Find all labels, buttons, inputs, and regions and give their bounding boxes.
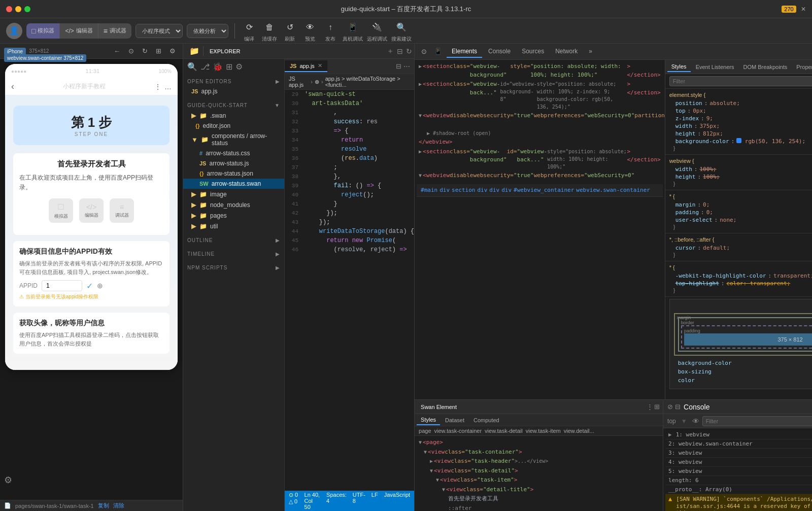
folder-util[interactable]: ▶ 📁 util — [183, 221, 284, 231]
bc-div3[interactable]: div — [489, 186, 499, 195]
swan-bc-item[interactable]: view.task-item — [526, 428, 561, 434]
console-output[interactable]: ▶ 1: webview 2: webview.swan-container 3… — [663, 428, 812, 511]
sim-rotate-btn[interactable]: ↻ — [139, 46, 151, 56]
html-line-webview1[interactable]: ▼ <webview disablewebsecurity="true" web… — [417, 111, 663, 129]
timeline-header[interactable]: TIMELINE ▶ — [183, 249, 284, 259]
expand-swan-header[interactable]: ▶ — [430, 457, 433, 465]
stop-btn[interactable]: 清除 — [113, 502, 124, 509]
console-filter-input[interactable] — [702, 416, 812, 426]
open-file-appjs[interactable]: JS app.js — [183, 86, 284, 96]
remote-debug-button[interactable]: 🔌 远程调试 — [367, 19, 387, 43]
copy-btn[interactable]: 复制 — [98, 502, 109, 509]
swan-tab-styles[interactable]: Styles — [417, 415, 440, 425]
folder-image[interactable]: ▶ 📁 image — [183, 189, 284, 199]
nav-more-icon[interactable]: … — [164, 83, 172, 91]
bc-div2[interactable]: div — [477, 186, 487, 195]
swan-line-detail-title[interactable]: ▼ <view class="detail-title" > — [417, 485, 661, 495]
bc-webview-container[interactable]: #webview_container — [514, 186, 574, 195]
collapse-icon[interactable]: ⊟ — [397, 47, 403, 55]
active-file-tab[interactable]: JS app.js ✕ — [285, 60, 327, 72]
swan-bc-more[interactable]: view.detail... — [564, 428, 594, 434]
devtools-device-btn[interactable]: 📱 — [431, 46, 445, 57]
devtools-tab-console[interactable]: Console — [483, 46, 516, 58]
sim-back-btn[interactable]: ← — [111, 46, 123, 56]
swan-line-container[interactable]: ▼ <view class="task-container" > — [417, 448, 661, 457]
swan-bc-container[interactable]: view.task-container — [434, 428, 482, 434]
user-avatar[interactable]: 👤 — [6, 23, 22, 39]
styles-panel[interactable]: element.style { position : absolute; top… — [665, 89, 812, 399]
refresh-button[interactable]: ↺ 刷新 — [282, 19, 298, 43]
devtools-tab-more[interactable]: » — [584, 46, 597, 58]
swan-tree[interactable]: ▼ <page> ▼ <view class="task-container" … — [415, 436, 663, 511]
bc-main[interactable]: #main — [421, 186, 437, 195]
console-filter-icon[interactable]: ⊟ — [675, 403, 681, 411]
device-screen[interactable]: ●●●●● 11:31 100% ‹ 小程序新手教程 ⋮ … — [0, 59, 183, 500]
elements-tree[interactable]: ▶ <section class="webview-background" st… — [415, 60, 665, 399]
expand-webview1[interactable]: ▼ — [419, 112, 422, 119]
dep-select[interactable]: 依赖分析 — [187, 24, 228, 38]
npm-scripts-header[interactable]: NPM SCRIPTS ▶ — [183, 263, 284, 272]
expand-swan-container[interactable]: ▼ — [424, 448, 427, 456]
expand-swan-taskitem[interactable]: ▼ — [436, 476, 439, 484]
compile-button[interactable]: ⟳ 编译 — [241, 19, 257, 43]
expand-icon-1[interactable]: ▶ — [668, 431, 672, 438]
swan-bc-page[interactable]: page — [419, 428, 431, 434]
html-shadow-root[interactable]: ▶ #shadow-root (open) — [417, 129, 663, 138]
explorer-debug-icon[interactable]: 🐞 — [213, 62, 223, 72]
devtools-tab-network[interactable]: Network — [550, 46, 583, 58]
expand-section3[interactable]: ▶ — [419, 148, 422, 155]
folder-components[interactable]: ▼ 📁 components / arrow-status — [183, 131, 284, 148]
html-line-section1[interactable]: ▶ <section class="webview-background" st… — [417, 62, 663, 80]
bc-div1[interactable]: div — [439, 186, 450, 195]
file-arrow-css[interactable]: # arrow-status.css — [183, 148, 284, 158]
folder-pages[interactable]: ▶ 📁 pages — [183, 210, 284, 221]
split-editor-icon[interactable]: ⊟ — [396, 62, 401, 70]
styles-subtab-event[interactable]: Event Listeners — [692, 62, 738, 72]
bc-section[interactable]: section — [452, 186, 475, 195]
swan-tab-computed[interactable]: Computed — [469, 416, 503, 425]
html-section3[interactable]: ▶ <section class="webview-background" id… — [417, 147, 663, 171]
new-file-icon[interactable]: ＋ — [387, 47, 394, 56]
nav-back-button[interactable]: ‹ — [11, 81, 14, 92]
search-suggest-button[interactable]: 🔍 搜索建议 — [391, 19, 412, 43]
more-editor-icon[interactable]: ⋯ — [403, 62, 410, 70]
explorer-ext-icon[interactable]: ⊞ — [226, 62, 232, 72]
mode-select[interactable]: 小程序模式 — [136, 24, 183, 38]
swan-tab-dataset[interactable]: Dataset — [441, 416, 468, 425]
expand-section1[interactable]: ▶ — [419, 62, 422, 70]
swan-panel-expand[interactable]: ⊞ — [654, 403, 660, 411]
eye-icon[interactable]: 👁 — [692, 417, 699, 425]
refresh-explorer-icon[interactable]: ↻ — [406, 47, 412, 55]
swan-line-taskitem[interactable]: ▼ <view class="task-item" > — [417, 475, 661, 485]
swan-bc-detail[interactable]: view.task-detail — [485, 428, 523, 434]
guide-header[interactable]: GUIDE-QUICK-START ▼ — [183, 100, 284, 110]
appid-refresh-icon[interactable]: ⊕ — [97, 282, 103, 290]
real-debug-button[interactable]: 📱 真机调试 — [343, 19, 363, 43]
devtools-tab-elements[interactable]: Elements — [447, 46, 482, 58]
maximize-button[interactable] — [24, 6, 30, 12]
code-editor[interactable]: 29 'swan-quick-st 30 art-tasksData' 31 ,… — [285, 90, 414, 491]
publish-button[interactable]: ↑ 发布 — [322, 19, 339, 43]
sim-zoom-btn[interactable]: ⊞ — [153, 46, 164, 56]
file-editor-json[interactable]: {} editor.json — [183, 121, 284, 131]
appid-check-icon[interactable]: ✓ — [86, 281, 93, 291]
swan-line-page[interactable]: ▼ <page> — [417, 438, 661, 448]
sim-home-btn[interactable]: ⊙ — [125, 46, 137, 56]
cache-button[interactable]: 🗑 清缓存 — [261, 19, 278, 43]
minimize-button[interactable] — [15, 6, 21, 12]
html-webview2[interactable]: ▼ <webview disablewebsecurity="true" web… — [417, 171, 663, 181]
expand-webview2[interactable]: ▼ — [419, 172, 422, 179]
explorer-git-icon[interactable]: ⎇ — [200, 62, 210, 72]
explorer-search-icon[interactable]: 🔍 — [187, 62, 197, 72]
explorer-icon-area[interactable]: 📁 — [185, 46, 204, 56]
open-editors-header[interactable]: OPEN EDITORS ▶ — [183, 77, 284, 86]
html-line-section2[interactable]: ▶ <section class="webview-back..." id="w… — [417, 80, 663, 111]
swan-panel-more[interactable]: ⋮ — [647, 403, 653, 411]
expand-section2[interactable]: ▶ — [419, 80, 422, 88]
folder-node-modules[interactable]: ▶ 📁 node_modules — [183, 199, 284, 210]
file-arrow-js[interactable]: JS arrow-status.js — [183, 158, 284, 168]
file-arrow-swan[interactable]: SW arrow-status.swan — [183, 179, 284, 189]
simulator-mode-button[interactable]: □ 模拟器 — [26, 23, 60, 39]
styles-subtab-dom[interactable]: DOM Breakpoints — [739, 62, 791, 72]
close-button[interactable] — [6, 6, 12, 12]
